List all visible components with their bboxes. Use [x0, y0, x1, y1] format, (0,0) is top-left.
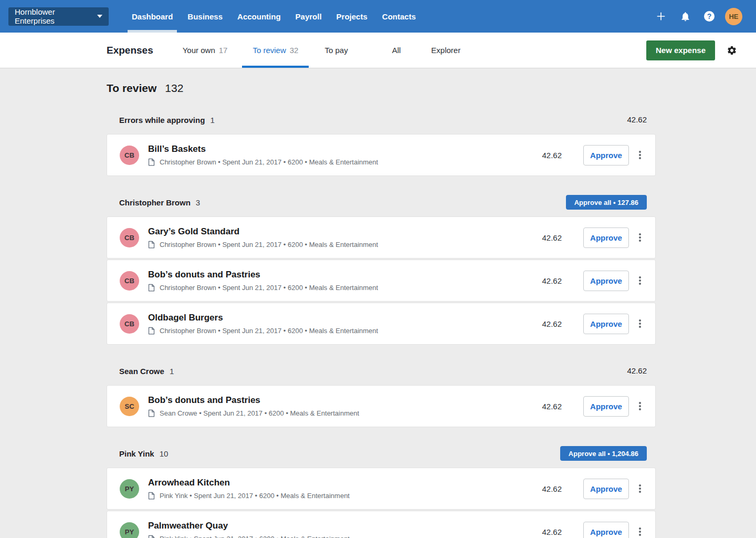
- more-options-icon[interactable]: [634, 522, 646, 538]
- group-name: Pink Yink: [119, 449, 154, 458]
- group-name: Errors while approving: [119, 116, 205, 125]
- help-icon[interactable]: ?: [701, 8, 718, 25]
- primary-nav: Dashboard Business Accounting Payroll Pr…: [124, 0, 423, 33]
- receipt-document-icon: [148, 284, 155, 292]
- expense-group: Christopher Brown 3 Approve all • 127.86…: [107, 195, 656, 345]
- group-header: Errors while approving 1 42.62: [107, 112, 656, 127]
- to-review-count: 132: [165, 82, 183, 94]
- receipt-document-icon: [148, 327, 155, 335]
- nav-utilities: ? HE: [653, 8, 748, 25]
- expense-card[interactable]: CB Gary’s Gold Standard Christopher Brow…: [107, 216, 656, 258]
- expense-amount: 42.62: [499, 484, 562, 493]
- group-header: Pink Yink 10 Approve all • 1,204.86: [107, 446, 656, 461]
- settings-gear-icon[interactable]: [727, 45, 737, 56]
- group-count: 10: [160, 449, 169, 458]
- expense-meta: Pink Yink • Spent Jun 21, 2017 • 6200 • …: [160, 492, 350, 500]
- approve-all-button[interactable]: Approve all • 127.86: [566, 195, 647, 210]
- nav-item-dashboard[interactable]: Dashboard: [124, 0, 180, 33]
- expense-amount: 42.62: [499, 276, 562, 285]
- expense-card[interactable]: CB Bill’s Baskets Christopher Brown • Sp…: [107, 134, 656, 176]
- tab-to-pay[interactable]: To pay: [314, 33, 358, 68]
- expense-card[interactable]: CB Bob’s donuts and Pastries Christopher…: [107, 260, 656, 302]
- nav-item-business[interactable]: Business: [180, 0, 230, 33]
- group-header: Christopher Brown 3 Approve all • 127.86: [107, 195, 656, 210]
- expense-title: Palmweather Quay: [148, 521, 499, 531]
- expense-title: Bill’s Baskets: [148, 144, 499, 154]
- avatar: PY: [120, 479, 139, 499]
- new-expense-button[interactable]: New expense: [646, 40, 715, 60]
- add-icon[interactable]: [653, 8, 669, 25]
- approve-button[interactable]: Approve: [583, 479, 629, 499]
- expense-title: Oldbagel Burgers: [148, 313, 499, 323]
- nav-item-projects[interactable]: Projects: [329, 0, 375, 33]
- group-total: 42.62: [627, 366, 647, 375]
- expense-card[interactable]: SC Bob’s donuts and Pastries Sean Crowe …: [107, 385, 656, 427]
- more-options-icon[interactable]: [634, 396, 646, 417]
- group-header: Sean Crowe 1 42.62: [107, 364, 656, 378]
- org-switcher[interactable]: Hornblower Enterprises: [8, 7, 109, 26]
- to-review-content: To review132 Errors while approving 1 42…: [107, 82, 656, 538]
- avatar: SC: [120, 397, 139, 416]
- expense-meta: Christopher Brown • Spent Jun 21, 2017 •…: [160, 158, 378, 166]
- org-name: Hornblower Enterprises: [15, 7, 93, 25]
- expense-tabs: Your own17 To review32 To pay All Explor…: [172, 33, 471, 68]
- expense-amount: 42.62: [499, 233, 562, 242]
- chevron-down-icon: [97, 15, 102, 18]
- more-options-icon[interactable]: [634, 271, 646, 291]
- tab-your-own[interactable]: Your own17: [172, 33, 238, 68]
- expense-card[interactable]: CB Oldbagel Burgers Christopher Brown • …: [107, 303, 656, 345]
- more-options-icon[interactable]: [634, 479, 646, 499]
- expense-amount: 42.62: [499, 319, 562, 328]
- receipt-document-icon: [148, 241, 155, 249]
- group-name: Sean Crowe: [119, 367, 164, 376]
- top-nav: Hornblower Enterprises Dashboard Busines…: [0, 0, 756, 33]
- to-review-heading: To review132: [107, 82, 656, 95]
- expense-meta: Sean Crowe • Spent Jun 21, 2017 • 6200 •…: [160, 409, 359, 417]
- expense-meta: Pink Yink • Spent Jun 21, 2017 • 6200 • …: [160, 535, 350, 538]
- expense-group: Pink Yink 10 Approve all • 1,204.86 PY A…: [107, 446, 656, 538]
- approve-all-button[interactable]: Approve all • 1,204.86: [560, 446, 647, 461]
- tab-explorer[interactable]: Explorer: [421, 33, 471, 68]
- avatar: CB: [120, 228, 139, 247]
- nav-item-payroll[interactable]: Payroll: [288, 0, 329, 33]
- receipt-document-icon: [148, 535, 155, 538]
- group-total: 42.62: [627, 115, 647, 124]
- expense-amount: 42.62: [499, 402, 562, 411]
- expense-title: Bob’s donuts and Pastries: [148, 270, 499, 280]
- approve-button[interactable]: Approve: [583, 396, 629, 417]
- avatar: CB: [120, 271, 139, 291]
- expense-group: Sean Crowe 1 42.62 SC Bob’s donuts and P…: [107, 364, 656, 427]
- receipt-document-icon: [148, 158, 155, 166]
- group-count: 1: [170, 367, 174, 376]
- expense-title: Bob’s donuts and Pastries: [148, 395, 499, 406]
- expense-group: Errors while approving 1 42.62 CB Bill’s…: [107, 112, 656, 176]
- expense-card[interactable]: PY Palmweather Quay Pink Yink • Spent Ju…: [107, 511, 656, 538]
- tab-all[interactable]: All: [382, 33, 412, 68]
- expense-title: Gary’s Gold Standard: [148, 226, 499, 237]
- more-options-icon[interactable]: [634, 145, 646, 165]
- expense-title: Arrowhead Kitchen: [148, 478, 499, 488]
- nav-item-accounting[interactable]: Accounting: [230, 0, 288, 33]
- page-title: Expenses: [107, 45, 153, 56]
- user-avatar[interactable]: HE: [725, 8, 742, 25]
- receipt-document-icon: [148, 492, 155, 500]
- approve-button[interactable]: Approve: [583, 227, 629, 248]
- approve-button[interactable]: Approve: [583, 145, 629, 165]
- more-options-icon[interactable]: [634, 227, 646, 248]
- approve-button[interactable]: Approve: [583, 271, 629, 291]
- expense-meta: Christopher Brown • Spent Jun 21, 2017 •…: [160, 241, 378, 249]
- expense-card[interactable]: PY Arrowhead Kitchen Pink Yink • Spent J…: [107, 468, 656, 510]
- nav-item-contacts[interactable]: Contacts: [375, 0, 423, 33]
- group-count: 3: [196, 198, 200, 207]
- approve-button[interactable]: Approve: [583, 314, 629, 334]
- more-options-icon[interactable]: [634, 314, 646, 334]
- avatar: PY: [120, 522, 139, 538]
- group-count: 1: [210, 116, 214, 125]
- expense-amount: 42.62: [499, 527, 562, 536]
- expense-meta: Christopher Brown • Spent Jun 21, 2017 •…: [160, 327, 378, 335]
- approve-button[interactable]: Approve: [583, 522, 629, 538]
- tab-to-review[interactable]: To review32: [242, 33, 309, 68]
- expense-meta: Christopher Brown • Spent Jun 21, 2017 •…: [160, 284, 378, 292]
- notifications-bell-icon[interactable]: [677, 8, 694, 25]
- expense-amount: 42.62: [499, 151, 562, 160]
